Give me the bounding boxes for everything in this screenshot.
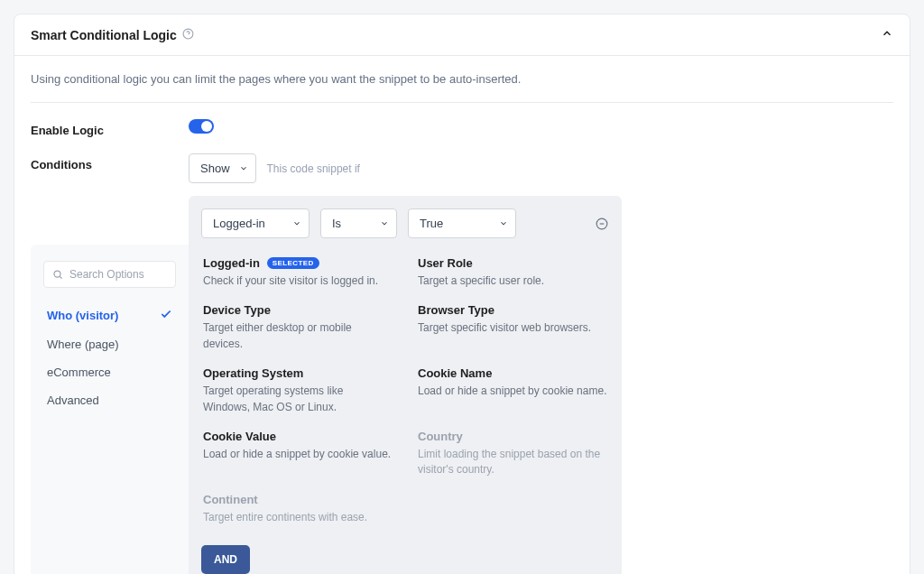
category-sidebar: Who (visitor)Where (page)eCommerceAdvanc… bbox=[31, 245, 189, 574]
category-item[interactable]: Advanced bbox=[43, 386, 176, 414]
option-desc: Load or hide a snippet by cookie name. bbox=[418, 384, 607, 399]
visibility-select[interactable]: Show bbox=[189, 153, 256, 183]
category-label: Where (page) bbox=[47, 338, 118, 351]
option-desc: Limit loading the snippet based on the v… bbox=[418, 447, 607, 478]
check-icon bbox=[160, 308, 172, 323]
category-label: eCommerce bbox=[47, 366, 111, 379]
enable-logic-row: Enable Logic bbox=[31, 119, 893, 137]
page-title: Smart Conditional Logic bbox=[31, 28, 194, 42]
rule-value-select[interactable]: True bbox=[408, 208, 516, 238]
option-title: Country bbox=[418, 430, 607, 443]
main-column: Logged-in Is True bbox=[189, 196, 622, 574]
collapse-icon[interactable] bbox=[881, 27, 893, 42]
chevron-down-icon bbox=[292, 217, 301, 230]
category-item[interactable]: Who (visitor) bbox=[43, 301, 176, 330]
option-desc: Check if your site visitor is logged in. bbox=[203, 273, 393, 289]
option-desc: Target either desktop or mobile devices. bbox=[203, 320, 393, 352]
rule-row: Logged-in Is True bbox=[201, 208, 609, 238]
chevron-down-icon bbox=[499, 217, 508, 230]
option-item[interactable]: Browser TypeTarget specific visitor web … bbox=[418, 303, 607, 352]
svg-line-3 bbox=[60, 276, 61, 278]
enable-logic-label: Enable Logic bbox=[31, 119, 189, 137]
option-title: Logged-inSELECTED bbox=[203, 256, 393, 270]
conditions-row: Conditions Show This code snippet if bbox=[31, 153, 893, 183]
rule-operator-value: Is bbox=[332, 217, 341, 230]
option-item[interactable]: Cookie NameLoad or hide a snippet by coo… bbox=[418, 366, 607, 415]
rule-panel: Logged-in Is True bbox=[189, 196, 622, 574]
rule-operator-select[interactable]: Is bbox=[320, 208, 397, 238]
option-item[interactable]: Operating SystemTarget operating systems… bbox=[203, 366, 393, 415]
option-desc: Load or hide a snippet by cookie value. bbox=[203, 447, 393, 462]
help-icon[interactable] bbox=[182, 28, 194, 42]
option-desc: Target entire continents with ease. bbox=[203, 510, 393, 525]
option-title: Continent bbox=[203, 493, 393, 506]
search-input[interactable] bbox=[43, 261, 176, 288]
option-title: Cookie Value bbox=[203, 430, 393, 443]
card-body: Using conditional logic you can limit th… bbox=[14, 56, 910, 574]
option-item[interactable]: Cookie ValueLoad or hide a snippet by co… bbox=[203, 430, 393, 478]
remove-rule-button[interactable] bbox=[595, 217, 609, 231]
conditions-hint: This code snippet if bbox=[267, 162, 360, 175]
description: Using conditional logic you can limit th… bbox=[31, 72, 893, 103]
category-item[interactable]: Where (page) bbox=[43, 330, 176, 358]
conditions-block: Who (visitor)Where (page)eCommerceAdvanc… bbox=[31, 196, 893, 574]
category-list: Who (visitor)Where (page)eCommerceAdvanc… bbox=[43, 301, 176, 414]
option-title: Cookie Name bbox=[418, 366, 607, 380]
option-item: ContinentTarget entire continents with e… bbox=[203, 493, 393, 525]
search-wrap bbox=[43, 261, 176, 288]
option-item[interactable]: Device TypeTarget either desktop or mobi… bbox=[203, 303, 393, 352]
chevron-down-icon bbox=[239, 162, 248, 175]
chevron-down-icon bbox=[380, 217, 389, 230]
rule-field-select[interactable]: Logged-in bbox=[201, 208, 310, 238]
svg-point-2 bbox=[54, 271, 60, 277]
search-icon bbox=[52, 269, 63, 280]
option-desc: Target specific visitor web browsers. bbox=[418, 320, 607, 336]
option-desc: Target operating systems like Windows, M… bbox=[203, 384, 393, 415]
option-item[interactable]: Logged-inSELECTEDCheck if your site visi… bbox=[203, 256, 393, 289]
and-button[interactable]: AND bbox=[201, 545, 250, 574]
options-grid: Logged-inSELECTEDCheck if your site visi… bbox=[201, 253, 609, 531]
enable-logic-toggle[interactable] bbox=[189, 119, 214, 134]
category-item[interactable]: eCommerce bbox=[43, 358, 176, 386]
card-header: Smart Conditional Logic bbox=[14, 14, 910, 56]
option-title: Browser Type bbox=[418, 303, 607, 317]
option-desc: Target a specific user role. bbox=[418, 273, 607, 289]
option-title: User Role bbox=[418, 256, 607, 270]
option-title: Device Type bbox=[203, 303, 393, 317]
rule-field-value: Logged-in bbox=[213, 217, 265, 230]
category-label: Who (visitor) bbox=[47, 309, 118, 322]
selected-badge: SELECTED bbox=[267, 257, 319, 269]
title-text: Smart Conditional Logic bbox=[31, 28, 177, 42]
conditions-label: Conditions bbox=[31, 153, 189, 171]
option-item[interactable]: User RoleTarget a specific user role. bbox=[418, 256, 607, 289]
option-title: Operating System bbox=[203, 366, 393, 380]
conditional-logic-card: Smart Conditional Logic Using conditiona… bbox=[14, 14, 910, 574]
option-item: CountryLimit loading the snippet based o… bbox=[418, 430, 607, 478]
rule-value: True bbox=[420, 217, 443, 230]
category-label: Advanced bbox=[47, 393, 99, 407]
visibility-value: Show bbox=[200, 162, 230, 175]
